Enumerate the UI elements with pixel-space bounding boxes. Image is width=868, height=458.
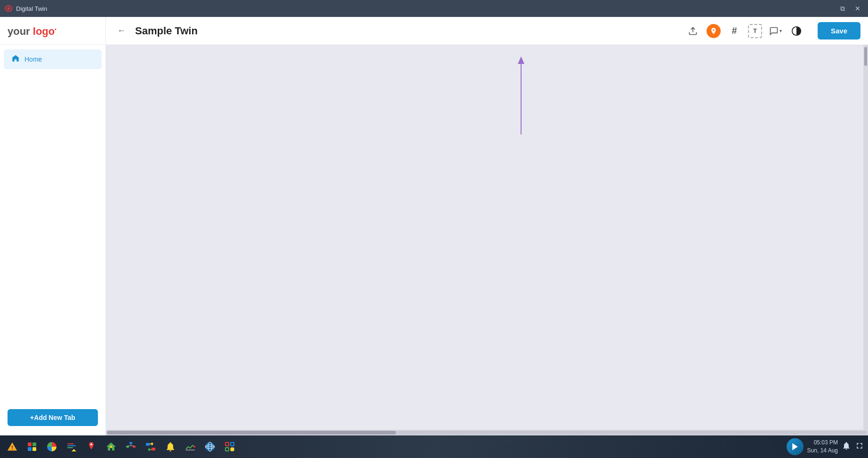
text-icon: T [748, 24, 762, 38]
location-icon [707, 24, 721, 38]
back-button[interactable]: ← [113, 23, 129, 39]
logo: your logo• [8, 25, 98, 38]
taskbar-list-icon[interactable] [63, 438, 80, 455]
content-area: ← Sample Twin [106, 17, 868, 435]
svg-rect-26 [185, 450, 195, 450]
sidebar: your logo• Home +Add New Tab [0, 17, 106, 435]
svg-rect-32 [231, 442, 234, 446]
title-bar-app-name: Digital Twin [16, 5, 47, 12]
svg-rect-31 [225, 442, 229, 446]
add-new-tab-button[interactable]: +Add New Tab [8, 409, 98, 426]
svg-rect-33 [225, 448, 229, 451]
svg-point-25 [193, 446, 195, 448]
comment-button[interactable]: ▾ [768, 23, 784, 39]
svg-rect-13 [67, 447, 73, 448]
logo-area: your logo• [0, 17, 105, 45]
taskbar-squares-icon[interactable] [24, 438, 40, 455]
taskbar-pie-icon[interactable] [43, 438, 60, 455]
taskbar-notification-icon[interactable] [842, 441, 851, 453]
svg-marker-35 [792, 443, 798, 450]
sidebar-item-home[interactable]: Home [4, 49, 102, 69]
home-icon [11, 54, 20, 64]
contrast-button[interactable] [788, 23, 804, 39]
svg-rect-8 [28, 447, 32, 451]
svg-rect-34 [231, 448, 234, 451]
svg-rect-17 [129, 442, 132, 444]
svg-rect-24 [152, 448, 155, 450]
upload-button[interactable] [685, 23, 701, 39]
taskbar-clock: 05:03 PM Sun, 14 Aug [807, 439, 838, 455]
toolbar-icons: # T ▾ [685, 23, 804, 39]
horizontal-scrollbar[interactable] [106, 430, 868, 435]
logo-logo-text: logo [33, 25, 55, 37]
app-icon [4, 4, 13, 13]
svg-marker-14 [72, 449, 76, 451]
taskbar-expand-icon[interactable] [855, 441, 864, 453]
svg-rect-6 [28, 442, 32, 446]
taskbar-bell-icon[interactable] [162, 438, 179, 455]
hash-button[interactable]: # [726, 23, 742, 39]
svg-rect-9 [32, 447, 36, 451]
taskbar-brand-button[interactable] [787, 438, 804, 455]
comment-icon [769, 26, 779, 36]
taskbar-home-star-icon[interactable] [103, 438, 120, 455]
nav-items: Home [0, 45, 105, 403]
taskbar-date-text: Sun, 14 Aug [807, 447, 838, 455]
taskbar-grid2-icon[interactable] [221, 438, 238, 455]
taskbar-right: 05:03 PM Sun, 14 Aug [787, 438, 864, 455]
chevron-down-icon: ▾ [780, 28, 782, 33]
main-area: your logo• Home +Add New Tab ← [0, 17, 868, 435]
h-scrollbar-thumb [107, 431, 396, 434]
hash-icon: # [731, 25, 737, 36]
sidebar-item-home-label: Home [24, 55, 42, 63]
svg-rect-23 [146, 443, 150, 446]
save-button[interactable]: Save [818, 22, 860, 39]
logo-your-text: your [8, 25, 33, 37]
vertical-scrollbar-thumb [864, 47, 867, 66]
canvas-area[interactable] [106, 45, 863, 430]
taskbar-chart-icon[interactable] [182, 438, 199, 455]
upload-icon [688, 26, 698, 36]
taskbar: 05:03 PM Sun, 14 Aug [0, 435, 868, 458]
location-button[interactable] [706, 23, 722, 39]
title-bar: Digital Twin ⧉ ✕ [0, 0, 868, 17]
h-scrollbar-track [107, 431, 867, 434]
canvas-wrapper [106, 45, 868, 430]
svg-rect-11 [67, 443, 74, 444]
taskbar-person-pin-icon[interactable] [83, 438, 100, 455]
text-tool-button[interactable]: T [747, 23, 763, 39]
app-container: your logo• Home +Add New Tab ← [0, 17, 868, 435]
taskbar-org-chart-icon[interactable] [122, 438, 139, 455]
svg-marker-5 [518, 56, 524, 64]
svg-point-15 [90, 443, 92, 445]
svg-rect-12 [67, 445, 76, 446]
contrast-icon [791, 26, 802, 36]
taskbar-time-text: 05:03 PM [807, 439, 838, 447]
restore-button[interactable]: ⧉ [836, 3, 849, 14]
toolbar: ← Sample Twin [106, 17, 868, 45]
page-title: Sample Twin [135, 25, 679, 37]
close-button[interactable]: ✕ [851, 3, 864, 14]
arrow-annotation [515, 55, 527, 141]
logo-dot: • [55, 27, 56, 32]
taskbar-alert-icon[interactable] [4, 438, 21, 455]
svg-point-1 [8, 8, 10, 10]
taskbar-flow-icon[interactable] [142, 438, 159, 455]
vertical-scrollbar[interactable] [863, 45, 868, 430]
taskbar-globe-icon[interactable] [201, 438, 218, 455]
svg-rect-7 [32, 442, 36, 446]
